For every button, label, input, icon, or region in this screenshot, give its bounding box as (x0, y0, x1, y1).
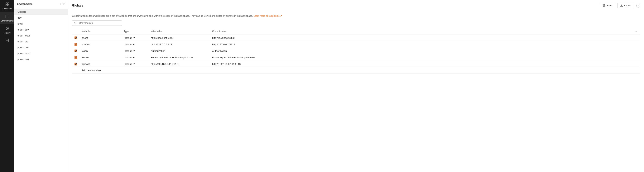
col-header-actions: ··· (632, 28, 640, 35)
env-item-phost-local[interactable]: phost_local (14, 50, 68, 56)
row-checkbox[interactable] (74, 43, 78, 46)
table-row: token default secret Authorization Autho… (72, 48, 640, 54)
row-checkbox[interactable] (74, 36, 78, 39)
row-type-select[interactable]: default secret (124, 36, 135, 40)
env-list-actions: + (60, 2, 65, 6)
main-header: Globals Save Export i (68, 0, 644, 11)
row-actions (632, 48, 640, 54)
env-item-phost-test[interactable]: phost_test (14, 56, 68, 62)
row-current-value: http://localhost:6300 (210, 35, 632, 41)
row-variable: bhost (80, 35, 122, 41)
filter-env-button[interactable] (62, 2, 65, 6)
row-current-value: Authorization (210, 48, 632, 54)
main-body: Global variables for a workspace are a s… (68, 11, 644, 172)
row-variable: apihost (80, 61, 122, 68)
row-check-cell (72, 48, 80, 54)
save-label: Save (606, 4, 612, 7)
col-header-initial: Initial value (149, 28, 210, 35)
description: Global variables for a workspace are a s… (72, 14, 640, 18)
env-item-phost-dev[interactable]: phost_dev (14, 44, 68, 50)
svg-rect-0 (6, 3, 7, 4)
history-icon (6, 26, 9, 31)
env-list-header: Environments + (14, 0, 68, 8)
svg-rect-2 (6, 4, 7, 6)
export-label: Export (624, 4, 631, 7)
page-title: Globals (72, 4, 83, 7)
sidebar-item-history[interactable]: History (0, 24, 14, 36)
row-checkbox[interactable] (74, 50, 78, 52)
row-initial-value: http://localhost:6300 (149, 35, 210, 41)
table-row: srmhost default secret http://127.0.0.1:… (72, 41, 640, 48)
table-more-icon[interactable]: ··· (634, 30, 637, 33)
row-type: default secret (122, 54, 149, 61)
row-actions (632, 54, 640, 61)
add-env-button[interactable]: + (60, 2, 61, 6)
row-type: default secret (122, 35, 149, 41)
row-checkbox[interactable] (74, 56, 78, 59)
row-type: default secret (122, 61, 149, 68)
env-list-items: Globals dev local order_dev order_local … (14, 8, 68, 63)
row-initial-value: Authorization (149, 48, 210, 54)
export-button[interactable]: Export (617, 3, 634, 8)
sidebar-item-environments[interactable]: Environments (0, 12, 14, 24)
sidebar: Collections Environments History (0, 0, 14, 172)
env-item-order-dev[interactable]: order_dev (14, 27, 68, 33)
table-row: tokenv default secret Bearer eyJhcuistan… (72, 54, 640, 61)
collections-icon (6, 2, 9, 7)
env-item-order-pre[interactable]: order_pre (14, 38, 68, 44)
row-initial-value: http://192.168.0.111:6113 (149, 61, 210, 68)
save-button[interactable]: Save (600, 3, 615, 8)
search-icon (74, 22, 76, 24)
row-current-value: http://127.0.0.1:6111 (210, 41, 632, 48)
row-actions (632, 61, 640, 68)
filter-input[interactable] (78, 22, 120, 24)
info-button[interactable]: i (636, 4, 640, 8)
col-header-type: Type (122, 28, 149, 35)
env-list-title: Environments (17, 3, 32, 6)
svg-rect-3 (8, 4, 9, 6)
sidebar-item-workspaces[interactable] (0, 36, 14, 45)
env-item-dev[interactable]: dev (14, 15, 68, 21)
env-item-order-local[interactable]: order_local (14, 33, 68, 38)
row-initial-value: Bearer eyJhcuistanHUwefivvgds9.eJw (149, 54, 210, 61)
add-row-check (72, 68, 80, 74)
svg-rect-8 (6, 39, 9, 42)
table-row: bhost default secret http://localhost:63… (72, 35, 640, 41)
row-type-select[interactable]: default secret (124, 56, 135, 59)
environments-icon (6, 14, 9, 19)
env-item-globals[interactable]: Globals (14, 9, 68, 15)
row-current-value: http://192.168.0.111:6113 (210, 61, 632, 68)
svg-rect-15 (604, 6, 605, 6)
sidebar-item-label: Collections (2, 8, 12, 10)
row-current-value: Bearer eyJhcuistanHUwefivvgds9.eJw (210, 54, 632, 61)
row-variable: token (80, 48, 122, 54)
row-check-cell (72, 35, 80, 41)
sidebar-item-collections[interactable]: Collections (0, 0, 14, 12)
row-initial-value: http://127.0.0.1:6111 (149, 41, 210, 48)
workspaces-icon (6, 38, 9, 43)
learn-more-link[interactable]: Learn more about globals ↗ (254, 14, 282, 17)
filter-input-wrap (72, 20, 122, 26)
header-actions: Save Export i (600, 3, 640, 8)
env-list: Environments + Globals dev local order_d… (14, 0, 68, 172)
row-checkbox[interactable] (74, 62, 78, 66)
svg-line-17 (76, 23, 76, 24)
add-variable-row[interactable]: Add new variable (72, 68, 640, 74)
filter-row (72, 20, 640, 26)
row-check-cell (72, 54, 80, 61)
env-item-local[interactable]: local (14, 21, 68, 27)
save-icon (603, 4, 606, 7)
row-check-cell (72, 61, 80, 68)
row-type: default secret (122, 48, 149, 54)
variables-table: Variable Type Initial value Current valu… (72, 28, 640, 74)
row-type-select[interactable]: default secret (124, 49, 135, 52)
col-header-variable: Variable (80, 28, 122, 35)
row-check-cell (72, 41, 80, 48)
sidebar-item-label: History (4, 32, 10, 34)
row-type-select[interactable]: default secret (124, 43, 135, 46)
main-content: Globals Save Export i Global va (68, 0, 644, 172)
row-type-select[interactable]: default secret (124, 62, 135, 66)
row-variable: tokenv (80, 54, 122, 61)
svg-rect-14 (604, 4, 605, 6)
add-variable-placeholder[interactable]: Add new variable (80, 68, 632, 74)
